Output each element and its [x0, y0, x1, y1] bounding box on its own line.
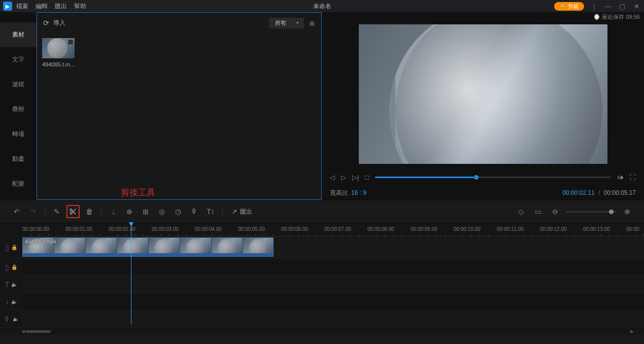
edit-tool[interactable]: ✎	[50, 205, 63, 218]
next-frame-button[interactable]: ▷|	[352, 174, 359, 181]
menu-bar: 檔案 編輯 匯出 幫助	[16, 2, 86, 11]
export-label: 匯出	[240, 208, 252, 216]
more-icon[interactable]: ⋮	[589, 3, 598, 10]
progress-thumb[interactable]	[474, 175, 479, 180]
speed-button[interactable]: ◷	[172, 205, 185, 218]
media-filter-dropdown[interactable]: 所有 ▾	[269, 18, 304, 28]
playhead[interactable]	[131, 223, 131, 325]
close-button[interactable]: ✕	[632, 3, 641, 10]
menu-help[interactable]: 幫助	[74, 2, 86, 11]
track-head-voice[interactable]: 🎙 🔈	[0, 311, 22, 327]
minimize-button[interactable]: —	[603, 3, 613, 10]
mute-icon[interactable]: 🔈	[11, 299, 17, 304]
ruler-tick: 00:00:13.00	[583, 226, 610, 232]
media-item[interactable]: 494085.t.m...	[42, 38, 83, 67]
sidebar-tab-text[interactable]: 文字	[0, 47, 37, 72]
ruler-tick: 00:00:	[626, 226, 640, 232]
upgrade-button[interactable]: 🔒 升級	[554, 2, 584, 11]
track-head-overlay[interactable]: ▯ 🔒	[0, 259, 22, 276]
window-title: 未命名	[313, 2, 331, 11]
scroll-left-icon[interactable]: ◀	[21, 329, 25, 334]
sidebar-tab-filters[interactable]: 濾鏡	[0, 72, 37, 97]
track-head-text[interactable]: T 🔈	[0, 276, 22, 293]
ruler-tick: 00:00:06.00	[281, 226, 308, 232]
prev-frame-button[interactable]: ◁	[330, 174, 335, 181]
timeline-ruler[interactable]: 00:00:00.0000:00:01.0000:00:02.0000:00:0…	[22, 223, 644, 236]
fit-icon[interactable]: ▭	[531, 205, 545, 218]
overlay-track: ▯ 🔒	[0, 259, 644, 276]
ruler-tick: 00:00:00.00	[22, 226, 49, 232]
aspect-value[interactable]: 16 : 9	[351, 189, 366, 196]
clip-audio-waveform	[23, 253, 273, 256]
zoom-in-button[interactable]: ⊕	[621, 205, 634, 218]
cut-tool[interactable]	[66, 205, 80, 218]
media-thumbnail	[42, 38, 75, 58]
svg-point-1	[70, 212, 72, 214]
audio-track-body[interactable]	[22, 293, 644, 310]
maximize-button[interactable]: ▢	[618, 3, 627, 10]
crop-button[interactable]: ⟂	[107, 205, 120, 218]
ruler-tick: 00:00:08.00	[367, 226, 394, 232]
filter-selected: 所有	[275, 19, 286, 27]
sidebar: 素材 文字 濾鏡 疊附 轉場 動畫 配樂	[0, 12, 37, 200]
voice-track-body[interactable]	[22, 311, 644, 327]
track-head-audio[interactable]: ♪ 🔈	[0, 293, 22, 310]
lock-icon[interactable]: 🔒	[11, 264, 17, 270]
sidebar-tab-music[interactable]: 配樂	[0, 171, 37, 196]
sidebar-tab-transitions[interactable]: 轉場	[0, 122, 37, 147]
text-track-body[interactable]	[22, 276, 644, 293]
sidebar-tab-overlay[interactable]: 疊附	[0, 97, 37, 122]
mute-icon[interactable]: 🔈	[13, 316, 19, 322]
list-view-icon[interactable]: ≣	[309, 19, 315, 27]
track-head-video[interactable]: ▯ 🔒	[0, 236, 22, 258]
duration: 00:00:05.17	[604, 189, 636, 196]
overlay-track-body[interactable]	[22, 259, 644, 276]
progress-fill	[375, 177, 474, 178]
menu-edit[interactable]: 編輯	[36, 2, 48, 11]
timeline-clip[interactable]: 494085.t.mp4	[22, 237, 274, 257]
ruler-tick: 00:00:04.00	[195, 226, 222, 232]
redo-button[interactable]: ↷	[26, 205, 40, 218]
lock-icon[interactable]: 🔒	[11, 245, 17, 250]
horizontal-scrollbar[interactable]	[25, 330, 51, 333]
ruler-tick: 00:00:11.00	[497, 226, 524, 232]
zoom-slider-thumb[interactable]	[609, 210, 614, 214]
export-button[interactable]: ↗ 匯出	[228, 208, 256, 216]
svg-point-0	[70, 209, 72, 211]
fullscreen-icon[interactable]: ⛶	[629, 174, 636, 181]
content-row: 素材 文字 濾鏡 疊附 轉場 動畫 配樂 ⟳ 導入 所有 ▾ ≣	[0, 12, 644, 200]
zoom-slider[interactable]	[566, 211, 617, 213]
text-tool-button[interactable]: T↕	[204, 205, 217, 218]
sidebar-tab-animation[interactable]: 動畫	[0, 147, 37, 171]
clock-icon: ⌚	[593, 14, 600, 20]
import-icon: ⟳	[43, 19, 49, 27]
video-track-body[interactable]: 494085.t.mp4	[22, 236, 644, 258]
menu-export[interactable]: 匯出	[55, 2, 67, 11]
import-button[interactable]: ⟳ 導入	[43, 19, 65, 27]
preview-meta: 寬高比 16 : 9 00:00:02.11 / 00:00:05.17	[322, 186, 644, 200]
marker-icon[interactable]: ◇	[514, 205, 527, 218]
zoom-out-button[interactable]: ⊖	[549, 205, 562, 218]
stop-button[interactable]: □	[365, 174, 369, 181]
progress-bar[interactable]	[375, 177, 611, 178]
scroll-right-icon[interactable]: ▶	[630, 329, 634, 334]
video-frame[interactable]	[359, 24, 607, 164]
timeline: 00:00:00.0000:00:01.0000:00:02.0000:00:0…	[0, 223, 644, 335]
video-track: ▯ 🔒 494085.t.mp4	[0, 236, 644, 259]
volume-icon[interactable]: 🕪	[617, 174, 623, 181]
tracks: ▯ 🔒 494085.t.mp4 ▯ 🔒	[0, 236, 644, 335]
tc-separator: /	[598, 189, 600, 196]
scissors-icon	[69, 208, 77, 216]
delete-button[interactable]: 🗑	[83, 205, 96, 218]
mute-icon[interactable]: 🔈	[11, 282, 17, 287]
media-badge-icon	[67, 39, 74, 45]
add-marker-button[interactable]: ⊕	[123, 205, 136, 218]
voiceover-button[interactable]: 🎙	[188, 205, 201, 218]
undo-button[interactable]: ↶	[10, 205, 23, 218]
snapshot-button[interactable]: ◎	[155, 205, 168, 218]
split-screen-button[interactable]: ⊞	[139, 205, 152, 218]
sidebar-tab-media[interactable]: 素材	[0, 22, 37, 47]
play-button[interactable]: ▷	[341, 174, 346, 181]
menu-file[interactable]: 檔案	[16, 2, 28, 11]
timecode: 00:00:02.11 / 00:00:05.17	[562, 189, 636, 196]
